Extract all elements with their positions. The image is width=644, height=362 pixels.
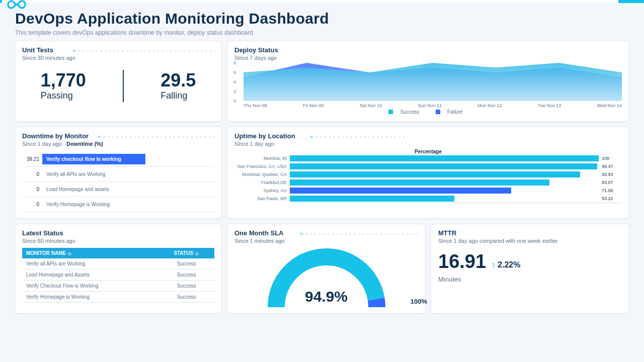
table-row: Verify Checkout Flow is WorkingSuccess (22, 281, 214, 292)
decorative-dashes: »◦ - - - - - - - - - - - - - - - - - - -… (96, 133, 214, 139)
deploy-status-since: Since 7 days ago (234, 55, 622, 61)
sort-icon: ◇ (195, 251, 199, 256)
card-sla: »◦ - - - - - - - - - - - - - - - - - - -… (227, 224, 425, 313)
divider (123, 70, 124, 102)
mttr-value: 16.91 (438, 251, 486, 273)
sla-value: 94.9% (234, 288, 418, 305)
latest-title: Latest Status (22, 229, 214, 237)
col-monitor-name[interactable]: MONITOR NAME◇ (22, 248, 158, 258)
downtime-row: 39.21Verify checkout flow Is working (22, 152, 214, 167)
page-title: DevOps Application Monitoring Dashboard (15, 10, 629, 27)
downtime-metric: Downtime (%) (66, 141, 103, 147)
table-row: Load Homepage and AssetsSuccess (22, 269, 214, 281)
downtime-chart: 39.21Verify checkout flow Is working0Ver… (22, 152, 214, 212)
card-mttr: MTTR Since 1 day ago compared with one w… (431, 224, 629, 313)
downtime-row: 0Load Homepage and assets (22, 182, 214, 197)
sla-since: Since 1 minutes ago (234, 238, 418, 244)
card-deploy-status: Deploy Status Since 7 days ago 02468Thu … (227, 41, 629, 121)
uptime-row: San Francisco, CA, USA99.47 (234, 162, 622, 170)
legend-success: Success (400, 109, 419, 115)
logo-icon (5, 0, 26, 10)
downtime-row: 0Verify Homepage is Working (22, 197, 214, 212)
legend-failure: Failure (447, 109, 463, 115)
card-downtime: »◦ - - - - - - - - - - - - - - - - - - -… (15, 127, 221, 218)
mttr-delta: ↑ 2.22% (491, 260, 520, 269)
arrow-up-icon: ↑ (491, 260, 496, 269)
passing-value: 1,770 (41, 71, 86, 89)
uptime-row: Mumbai, IN100 (234, 154, 622, 162)
sort-icon: ◇ (68, 251, 71, 256)
decorative-dashes: »◦ - - - - - - - - - - - - - - - - - - -… (70, 47, 214, 53)
sla-max: 100% (411, 298, 427, 305)
uptime-row: Sydney, AU71.58 (234, 187, 622, 195)
deploy-status-legend: Success Failure (234, 109, 622, 115)
unit-tests-failing: 29.5 Falling (160, 71, 196, 101)
mttr-title: MTTR (438, 229, 622, 237)
card-latest-status: Latest Status Since 60 minutes ago MONIT… (15, 224, 221, 313)
table-row: Verify Homepage is WorkingSuccess (22, 292, 214, 303)
unit-tests-since: Since 30 minutes ago (22, 55, 214, 61)
table-row: Verify all APIs are WorkingSuccess (22, 258, 214, 269)
col-status[interactable]: STATUS◇ (158, 248, 214, 258)
decorative-dashes: »◦ - - - - - - - - - - - - - - - - - - -… (298, 230, 418, 236)
deploy-status-title: Deploy Status (234, 46, 622, 54)
failing-value: 29.5 (160, 71, 196, 89)
uptime-row: Sao Paulo, BR53.22 (234, 195, 622, 203)
deploy-status-chart: 02468Thu Nov 08Fri Nov 09Sat Nov 10Sun N… (234, 63, 622, 108)
card-uptime: »◦ - - - - - - - - - - - - - - - - - - -… (227, 127, 629, 218)
failing-label: Falling (160, 90, 196, 101)
decorative-dashes: »◦ - - - - - - - - - - - - - - - - - - -… (308, 133, 409, 139)
mttr-unit: Minutes (438, 276, 622, 283)
uptime-row: Montreal, Quebec, CA93.93 (234, 170, 622, 178)
unit-tests-passing: 1,770 Passing (41, 71, 86, 101)
uptime-baseline (293, 203, 622, 203)
downtime-row: 0Verify all APIs are Working (22, 167, 214, 182)
uptime-since: Since 1 day ago (234, 141, 622, 147)
page-subtitle: This template covers devOps applications… (15, 29, 629, 36)
mttr-since: Since 1 day ago compared with one week e… (438, 238, 622, 244)
uptime-chart: Mumbai, IN100San Francisco, CA, USA99.47… (234, 154, 622, 203)
uptime-title: Uptime by Location (234, 132, 622, 140)
passing-label: Passing (41, 90, 86, 101)
card-unit-tests: »◦ - - - - - - - - - - - - - - - - - - -… (15, 41, 221, 121)
uptime-axis-title: Percentage (234, 149, 622, 154)
latest-status-table: MONITOR NAME◇ STATUS◇ Verify all APIs ar… (22, 248, 214, 303)
uptime-row: Frankfurt,DE83.97 (234, 178, 622, 187)
downtime-since: Since 1 day ago Downtime (%) (22, 141, 214, 147)
latest-since: Since 60 minutes ago (22, 238, 214, 244)
